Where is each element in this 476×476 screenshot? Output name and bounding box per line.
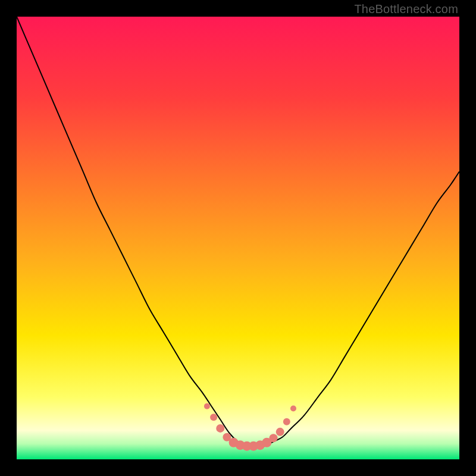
marker-dot <box>276 428 284 436</box>
plot-area <box>17 17 459 459</box>
chart-svg <box>17 17 459 459</box>
marker-dot <box>210 414 217 421</box>
marker-dot <box>283 418 290 425</box>
marker-dot <box>204 403 210 409</box>
marker-dot <box>270 434 278 442</box>
marker-dot <box>216 424 224 433</box>
marker-dot <box>290 405 296 411</box>
outer-frame: TheBottleneck.com <box>0 0 476 476</box>
gradient-background <box>17 17 459 459</box>
watermark-text: TheBottleneck.com <box>354 2 458 16</box>
